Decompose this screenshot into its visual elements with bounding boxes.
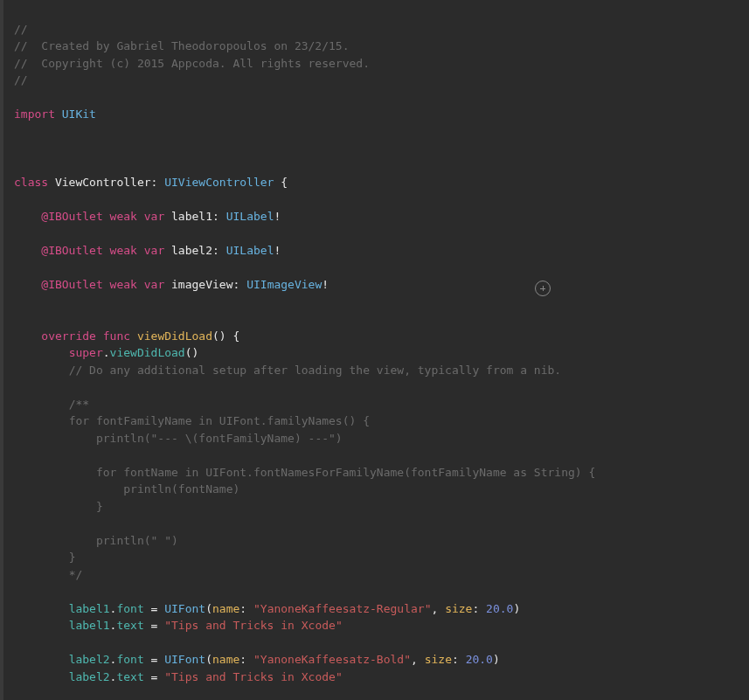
block-comment: println(fontName) bbox=[69, 482, 240, 496]
string-literal: "Tips and Tricks in Xcode" bbox=[164, 619, 343, 632]
import-keyword: import bbox=[14, 107, 55, 121]
number-literal: 20.0 bbox=[466, 653, 493, 666]
comment-line: // Do any additional setup after loading… bbox=[69, 364, 562, 377]
class-name: ViewController bbox=[55, 176, 151, 189]
block-comment: for fontName in UIFont.fontNamesForFamil… bbox=[69, 466, 596, 479]
string-literal: "YanoneKaffeesatz-Regular" bbox=[253, 602, 432, 615]
comment-line: // bbox=[14, 23, 28, 36]
var-ref: label1 bbox=[69, 619, 110, 632]
block-comment: } bbox=[69, 500, 103, 513]
var-ref: label2 bbox=[69, 653, 110, 666]
comment-line: // Copyright (c) 2015 Appcoda. All right… bbox=[14, 57, 370, 70]
module-name: UIKit bbox=[62, 107, 96, 121]
var-label2: label2 bbox=[171, 244, 212, 257]
string-literal: "Tips and Tricks in Xcode" bbox=[164, 670, 343, 683]
number-literal: 20.0 bbox=[486, 602, 513, 615]
comment-line: // Created by Gabriel Theodoropoulos on … bbox=[14, 39, 350, 52]
string-literal: "YanoneKaffeesatz-Bold" bbox=[253, 653, 411, 666]
var-ref: label2 bbox=[69, 670, 110, 683]
block-comment: println(" ") bbox=[69, 534, 178, 547]
iboutlet-attr: @IBOutlet bbox=[41, 244, 102, 257]
var-label1: label1 bbox=[171, 210, 212, 223]
comment-line: // bbox=[14, 73, 28, 87]
super-keyword: super bbox=[69, 346, 103, 359]
block-comment: println("--- \(fontFamilyName) ---") bbox=[69, 432, 343, 445]
block-comment: */ bbox=[69, 568, 83, 581]
iboutlet-attr: @IBOutlet bbox=[41, 210, 102, 223]
class-keyword: class bbox=[14, 176, 48, 189]
iboutlet-attr: @IBOutlet bbox=[41, 278, 102, 291]
block-comment: } bbox=[69, 551, 76, 564]
var-ref: label1 bbox=[69, 602, 110, 615]
func-viewdidload: viewDidLoad bbox=[137, 329, 212, 343]
block-comment: for fontFamilyName in UIFont.familyNames… bbox=[69, 414, 370, 427]
code-editor[interactable]: // // Created by Gabriel Theodoropoulos … bbox=[0, 0, 749, 700]
override-keyword: override bbox=[41, 329, 96, 343]
var-imageview: imageView bbox=[171, 278, 232, 291]
block-comment: /** bbox=[69, 398, 89, 411]
superclass: UIViewController bbox=[164, 176, 274, 189]
